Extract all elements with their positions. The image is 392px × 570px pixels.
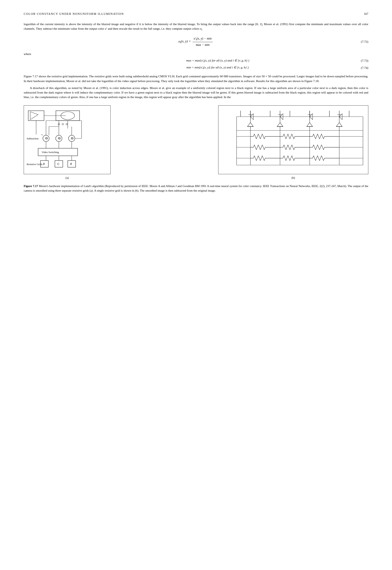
figure-b bbox=[218, 105, 368, 174]
figure-a: ⊖ ⊖ ⊖ Subtraction Video Switching bbox=[24, 105, 111, 174]
svg-text:⊖: ⊖ bbox=[71, 136, 74, 140]
where-label: where bbox=[24, 52, 368, 56]
svg-text:Resistive Grids: Resistive Grids bbox=[27, 163, 42, 166]
equation-7-74: min = min{o′i(x, y)| for all (x, y) and … bbox=[24, 65, 368, 70]
figure-area: ⊖ ⊖ ⊖ Subtraction Video Switching bbox=[24, 105, 368, 180]
svg-text:⊖: ⊖ bbox=[45, 136, 48, 140]
svg-line-38 bbox=[41, 135, 43, 135]
eq-number-774: (7.74) bbox=[361, 66, 368, 70]
svg-text:R: R bbox=[43, 163, 45, 165]
svg-text:G: G bbox=[57, 163, 59, 165]
svg-text:Subtraction: Subtraction bbox=[27, 137, 39, 140]
equation-7-73: max = max{o′i(x, y)| for all (x, y) and … bbox=[24, 58, 368, 63]
svg-text:B: B bbox=[70, 163, 72, 165]
caption-text: Moore's hardware implementation of Land'… bbox=[24, 184, 368, 192]
equation-7-72: oi(x, y) = o′i(x, y) − min max − min (7.… bbox=[24, 36, 368, 47]
diagram-b-svg bbox=[221, 109, 365, 172]
header-title: COLOR CONSTANCY UNDER NONUNIFORM ILLUMIN… bbox=[24, 12, 124, 16]
svg-point-8 bbox=[62, 123, 64, 125]
svg-point-9 bbox=[66, 123, 68, 125]
header-page: 167 bbox=[364, 12, 368, 16]
figure-caption: Figure 7.17 Moore's hardware implementat… bbox=[24, 184, 368, 193]
figure-b-container: (b) bbox=[218, 105, 368, 180]
page-header: COLOR CONSTANCY UNDER NONUNIFORM ILLUMIN… bbox=[24, 12, 368, 16]
diagram-a-svg: ⊖ ⊖ ⊖ Subtraction Video Switching bbox=[26, 109, 107, 172]
svg-rect-0 bbox=[28, 111, 44, 120]
svg-marker-70 bbox=[307, 122, 313, 127]
figure-label-b: (b) bbox=[292, 176, 295, 180]
paragraph-1: logarithm of the current intensity is ab… bbox=[24, 22, 368, 32]
svg-marker-1 bbox=[30, 112, 38, 120]
svg-marker-66 bbox=[277, 122, 283, 127]
svg-text:⊖: ⊖ bbox=[58, 136, 61, 140]
svg-marker-74 bbox=[336, 122, 342, 127]
paragraph-2: Figure 7.17 shows the resistive grid imp… bbox=[24, 74, 368, 83]
caption-figure-number: Figure 7.17 bbox=[24, 184, 38, 188]
paragraph-3: A drawback of this algorithm, as noted b… bbox=[24, 86, 368, 99]
eq-number-773: (7.73) bbox=[361, 59, 368, 63]
figure-label-a: (a) bbox=[66, 176, 69, 180]
eq-number-772: (7.72) bbox=[361, 40, 368, 44]
figure-a-container: ⊖ ⊖ ⊖ Subtraction Video Switching bbox=[24, 105, 111, 180]
svg-marker-62 bbox=[247, 122, 253, 127]
svg-text:Video Switching: Video Switching bbox=[42, 151, 59, 154]
